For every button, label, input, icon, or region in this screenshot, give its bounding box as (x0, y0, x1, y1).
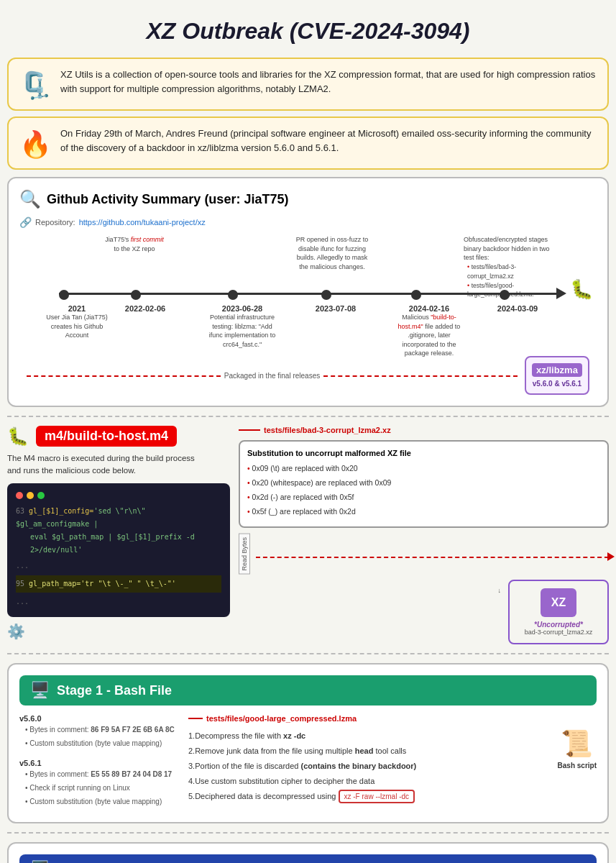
timeline-2022-year-label: 2022-02-06 (116, 304, 174, 313)
code-content: 63 gl_[$1]_config='sed \"r\n\" $gl_am_co… (16, 505, 221, 608)
terminal-icon-stage1: 🖥️ (30, 681, 50, 700)
bug-icon-timeline: 🐛 (570, 278, 593, 301)
code-line-95: 95 gl_path_map='tr "\t \-_" " \t_\-"' (16, 575, 221, 593)
corrupt-file-name: tests/files/bad-3-corrupt_lzma2.xz (264, 426, 391, 434)
corrupt-file-desc: Substitution to uncorrupt malformed XZ f… (247, 449, 600, 457)
step1-1: 1.Decompress the file with xz -dc (188, 729, 551, 744)
xz-utils-info-box: 🗜️ XZ Utils is a collection of open-sour… (7, 58, 609, 111)
timeline-arrow (556, 288, 566, 299)
timeline-2024-02-below: 2024-02-16 Malicious "build-to-host.m4" … (390, 304, 469, 358)
arrow-down-label: ↓ (498, 587, 502, 594)
sub-1: • 0x09 (\t) are replaced with 0x20 (247, 462, 600, 476)
code-ellipsis-2: ... (16, 595, 221, 608)
v561-detail-3: • Custom substitution (byte value mappin… (19, 798, 178, 805)
step5-highlight: xz -F raw --lzmal -dc (339, 790, 415, 803)
timeline-2021-desc: User Jia Tan (JiaT75) creates his Github… (45, 313, 109, 340)
m4-section: 🐛 m4/build-to-host.m4 The M4 macro is ex… (7, 426, 609, 644)
main-title: XZ Outbreak (CVE-2024-3094) (7, 7, 609, 52)
page-container: XZ Outbreak (CVE-2024-3094) 🗜️ XZ Utils … (0, 0, 616, 863)
packaged-label: Packaged in the final releases (224, 372, 320, 380)
xz-version-box: xz/libzma v5.6.0 & v5.6.1 (525, 356, 589, 395)
xz-version-text: v5.6.0 & v5.6.1 (532, 380, 582, 388)
stage2-section: 🖥️ Stage 2 - Bash File ☆ v5.6.0 Backdoor… (7, 842, 609, 863)
read-bytes-label: Read Bytes (239, 534, 250, 575)
stage1-filename: tests/files/good-large_compressed.lzma (206, 714, 357, 723)
uncorrupted-box: XZ *Uncorrupted* bad-3-corrupt_lzma2.xz (508, 580, 609, 644)
v561-detail-2: • Check if script running on Linux (19, 784, 178, 792)
stage1-content: v5.6.0 • Bytes in comment: 86 F9 5A F7 2… (19, 714, 597, 811)
timeline-2024-03-above: Obfuscated/encrypted stages binary backd… (464, 235, 557, 299)
code-ellipsis-1: ... (16, 560, 221, 572)
m4-middle-col: tests/files/bad-3-corrupt_lzma2.xz Subst… (239, 426, 609, 644)
m4-badge: m4/build-to-host.m4 (36, 426, 177, 447)
stage1-title-bar: 🖥️ Stage 1 - Bash File (19, 675, 597, 706)
bash-script-label: Bash script (558, 762, 597, 770)
fingerprint-icon: 🔍 (19, 189, 41, 209)
step1-2: 2.Remove junk data from the file using m… (188, 744, 551, 759)
m4-description: The M4 macro is executed during the buil… (7, 452, 208, 478)
packaged-row: Packaged in the final releases xz/libzma… (19, 356, 597, 395)
gear-icon-m4: ⚙️ (7, 623, 230, 640)
stage1-file-header: tests/files/good-large_compressed.lzma (188, 714, 597, 723)
v561-label: v5.6.1 (19, 759, 178, 767)
uncorrupted-row: ↓ XZ *Uncorrupted* bad-3-corrupt_lzma2.x… (239, 580, 609, 644)
timeline-2022-above-text: JiaT75's first commit to the XZ repo (102, 235, 167, 253)
corrupt-file-box: Substitution to uncorrupt malformed XZ f… (239, 440, 609, 528)
timeline-dot-2021 (59, 290, 69, 300)
timeline-2022-above: JiaT75's first commit to the XZ repo (102, 235, 167, 253)
scroll-icon: 📜 (561, 729, 593, 759)
traffic-lights (16, 492, 221, 499)
m4-left-col: 🐛 m4/build-to-host.m4 The M4 macro is ex… (7, 426, 230, 640)
step1-5: 5.Deciphered data is decompressed using … (188, 789, 551, 804)
substitution-list: • 0x09 (\t) are replaced with 0x20 • 0x2… (247, 462, 600, 519)
arrow-line (239, 429, 260, 431)
fire-icon: 🔥 (19, 129, 52, 160)
stage1-steps-list: 1.Decompress the file with xz -dc 2.Remo… (188, 729, 551, 803)
timeline-2023-06-below: 2023-06-28 Potential infrastructure test… (206, 304, 278, 349)
discovery-info-box: 🔥 On Friday 29th of March, Andres Freund… (7, 117, 609, 170)
m4-title-row: 🐛 m4/build-to-host.m4 (7, 426, 230, 447)
repo-icon: 🔗 (19, 216, 32, 228)
v561-detail-1: • Bytes in comment: E5 55 89 B7 24 04 D8… (19, 770, 178, 778)
bug-icon-m4: 🐛 (7, 426, 29, 447)
stage1-arrow-line (188, 718, 203, 719)
v560-detail-1: • Bytes in comment: 86 F9 5A F7 2E 6B 6A… (19, 726, 178, 734)
step1-4: 4.Use custom substitution cipher to deci… (188, 774, 551, 789)
repo-label: Repository: (35, 218, 75, 227)
stage1-left: v5.6.0 • Bytes in comment: 86 F9 5A F7 2… (19, 714, 178, 811)
read-bytes-row: Read Bytes (239, 534, 609, 575)
sub-3: • 0x2d (-) are replaced with 0x5f (247, 490, 600, 505)
uncorrupted-filename: bad-3-corrupt_lzma2.xz (517, 629, 600, 636)
sub-4: • 0x5f (_) are replaced with 0x2d (247, 505, 600, 519)
github-title-text: Github Activity Summary (user: JiaT75) (47, 192, 288, 207)
xz-utils-text: XZ Utils is a collection of open-source … (60, 68, 597, 96)
stage1-steps-col: 1.Decompress the file with xz -dc 2.Remo… (188, 729, 551, 803)
timeline-2021-year: 2021 (45, 304, 109, 313)
tl-red (16, 492, 23, 499)
repo-url: https://github.com/tukaani-project/xz (79, 218, 206, 227)
divider-1 (7, 416, 609, 417)
step1-3: 3.Portion of the file is discarded (cont… (188, 759, 551, 774)
bash-script-icon: 📜 Bash script (558, 729, 597, 770)
github-activity-section: 🔍 Github Activity Summary (user: JiaT75)… (7, 177, 609, 407)
terminal-icon-stage2: 🖥️ (30, 860, 50, 863)
sub-2: • 0x20 (whitespace) are replaced with 0x… (247, 476, 600, 490)
stage1-steps-row: 1.Decompress the file with xz -dc 2.Remo… (188, 729, 597, 803)
timeline: 🐛 2021 User Jia Tan (JiaT75) creates his… (19, 235, 597, 350)
xz-purple-icon: XZ (541, 588, 576, 617)
xz-version-badge: xz/libzma (532, 363, 582, 377)
timeline-dot-2024-02 (411, 290, 421, 300)
timeline-dot-2022 (131, 290, 141, 300)
code-line-2: eval $gl_path_map | $gl_[$1]_prefix -d 2… (16, 531, 221, 557)
stage1-title: Stage 1 - Bash File (57, 683, 172, 698)
tl-yellow (27, 492, 34, 499)
github-section-title: 🔍 Github Activity Summary (user: JiaT75) (19, 189, 597, 209)
divider-2 (7, 653, 609, 654)
spacer-1 (19, 753, 178, 759)
read-bytes-arrow (256, 557, 609, 558)
arrow-head (607, 552, 615, 561)
v560-detail-2: • Custom substitution (byte value mappin… (19, 739, 178, 747)
timeline-dot-2023-07 (321, 290, 331, 300)
m4-flow: 🐛 m4/build-to-host.m4 The M4 macro is ex… (7, 426, 609, 644)
packaged-arrow-row: Packaged in the final releases (27, 372, 518, 380)
